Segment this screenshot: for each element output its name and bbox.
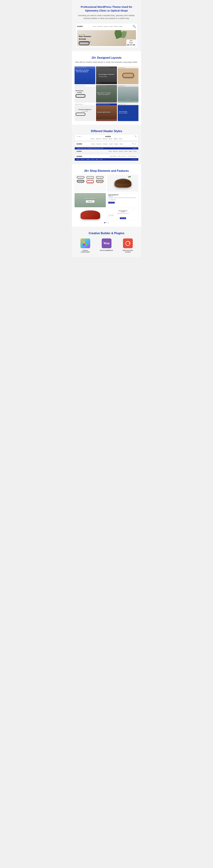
- shop-big-sunglasses: [107, 175, 138, 192]
- layouts-section: 10+ Designed Layouts Start with our mode…: [72, 51, 141, 125]
- header2-nav: Home ▾ About Us ▾ Services ▾ News ▾ Page…: [91, 143, 123, 145]
- visual-composer-icon: [80, 239, 90, 248]
- woocommerce-icon: Woo: [102, 239, 111, 248]
- layout-card-what-defines[interactable]: oculus About Services News Pages What De…: [96, 85, 117, 103]
- layouts-subtitle: Start with our modern made layouts or cr…: [75, 61, 138, 64]
- header2-logo: oculus: [77, 143, 82, 145]
- mockup-cta-link[interactable]: Show New Collection: [79, 41, 91, 42]
- product-item-6: Sierra Optical: [95, 180, 104, 184]
- plugin-revolution-slider: REVOLUTION SLIDER: [121, 239, 135, 253]
- plugins-grid: VISUAL COMPOSER Woo WOOCOMMERCE REVOLUTI…: [75, 239, 138, 253]
- layouts-grid: Home About Services News Pages Shop What…: [75, 66, 138, 121]
- layout-card-summer-arrivals[interactable]: oculus Home About Services News New Summ…: [75, 85, 95, 103]
- rev-label: REVOLUTION SLIDER: [121, 250, 135, 253]
- plugin-woocommerce: Woo WOOCOMMERCE: [99, 239, 114, 253]
- header4-logo: oculus: [77, 155, 82, 157]
- shop-add-cart-btn[interactable]: Add to cart: [120, 217, 126, 219]
- header-example-1: f t in g+ p oculus 🔍 Home ▾ About Us ▾ S…: [75, 134, 138, 141]
- product-price: $109.00: [108, 195, 137, 196]
- exclusive-glasses: [76, 113, 85, 116]
- shop-title: 20+ Shop Elements and Features: [75, 169, 138, 173]
- red-sunglasses-shape: [81, 211, 100, 219]
- header2-search-icon[interactable]: 🔍: [132, 143, 134, 145]
- product-quantity: − 1 +: [108, 199, 137, 200]
- hero-subtitle: Everything you need to create a beautifu…: [75, 14, 138, 20]
- mobile-mockup: oculus New SummerArrivals: [126, 39, 136, 46]
- product-item-3: Quebec Optical: [95, 176, 104, 179]
- new-era-label: The new eraCOME...: [119, 99, 137, 101]
- mockup-hero-text: New Sunglasses New SummerArrivals Show N…: [79, 34, 91, 42]
- two-optical-label: Two pew optical stores: [97, 111, 111, 113]
- rev-icon-svg: [125, 241, 130, 246]
- header-styles-title: Different Header Styles: [75, 130, 138, 133]
- header-example-4: oculus 📞 212-765-5254 ⏰ Mon - Sat 8 - 18…: [75, 154, 138, 161]
- layout-card-new-designer[interactable]: oculus Home About Services News Pages Sh…: [96, 66, 117, 84]
- mockup-search-icon: 🔍: [132, 25, 136, 28]
- shop-section: 20+ Shop Elements and Features Erie Opti…: [72, 164, 141, 227]
- plugin-visual-composer: VISUAL COMPOSER: [78, 239, 92, 253]
- shop-right-card: Hotel Sunglasses $109.00 Sunglasses for …: [107, 209, 138, 221]
- layout-card-two-optical[interactable]: 9-6 Helms Dress Center | Home About Serv…: [96, 103, 117, 121]
- plugins-title: Creative Builder & Plugins: [75, 232, 138, 235]
- layouts-title: 10+ Designed Layouts: [75, 56, 138, 59]
- pagination-dots: [75, 222, 138, 223]
- header4-info: 📞 212-765-5254 ⏰ Mon - Sat 8 - 18:30 📍 4…: [110, 156, 136, 157]
- product-item-2: November Optical: [86, 176, 95, 179]
- shop-glasses-grid: Erie Optical November Optical Quebec Opt…: [75, 175, 106, 192]
- hero-mockup: oculus Home ▾ About Us ▾ Services ▾ News…: [75, 23, 138, 48]
- header1-logo: oculus: [105, 135, 111, 137]
- mockup-logo: oculus: [77, 25, 83, 27]
- header3-logo: oculus: [77, 150, 82, 152]
- add-to-cart-btn[interactable]: Add to cart: [108, 202, 115, 204]
- plugins-section: Creative Builder & Plugins VISUAL COMPOS…: [72, 227, 141, 257]
- header-examples: f t in g+ p oculus 🔍 Home ▾ About Us ▾ S…: [75, 134, 138, 161]
- header4-social: f y p in g q: [131, 159, 136, 160]
- mockup-nav: oculus Home ▾ About Us ▾ Services ▾ News…: [77, 25, 136, 29]
- layout-card-dont-look[interactable]: oculus About Services News Don't look ba…: [118, 103, 138, 121]
- shop-bottom-row: Hotel Sunglasses $109.00 Sunglasses for …: [75, 209, 138, 221]
- product-item-5: Romeo Optical: [86, 180, 95, 184]
- layout-card-blue-hero[interactable]: Home About Services News Pages Shop What…: [75, 66, 95, 84]
- big-dark-sunglasses: [114, 179, 131, 188]
- mockup-hero-heading: New SummerArrivals: [79, 35, 91, 40]
- mockup-nav-links: Home ▾ About Us ▾ Services ▾ News ▾ Page…: [92, 26, 123, 27]
- header2-cart-icon[interactable]: 🛒: [135, 143, 136, 145]
- header-example-3: 9-6 Helms Dress Center | 1-976-998-7654 …: [75, 147, 138, 153]
- header3-top-bar: 9-6 Helms Dress Center | 1-976-998-7654 …: [75, 147, 138, 150]
- shop-product-card: Hotel Sunglasses $109.00 Sunglasses for …: [107, 193, 138, 207]
- header4-nav: Home ▾ About Us ▾ Services ▾ News ▾ Page…: [77, 159, 103, 160]
- hero-section: Professional WordPress Theme Used for Op…: [72, 0, 141, 51]
- hero-title: Professional WordPress Theme Used for Op…: [75, 5, 138, 12]
- header1-social: f t in g+ p: [77, 136, 81, 137]
- layout-card-tan-glasses[interactable]: Home About Services: [118, 66, 138, 84]
- woo-label: WOOCOMMERCE: [99, 250, 114, 251]
- collection-banner-text: New Collection: [85, 198, 95, 199]
- product-item-4: Oscar Optical: [76, 180, 85, 184]
- mockup-hero-inner: New Sunglasses New SummerArrivals Show N…: [77, 30, 136, 46]
- leaf-accent: [128, 176, 131, 178]
- tan-glasses-shape: [122, 73, 134, 78]
- layout-card-new-era[interactable]: Home About Services The new eraCOME...: [118, 85, 138, 103]
- header1-search-icon[interactable]: 🔍: [135, 135, 136, 137]
- summer-glasses-shape: [76, 94, 85, 98]
- red-sunglasses-display: [75, 209, 106, 221]
- header3-nav: Home ▾ About Us ▾ Services ▾ News ▾ Page…: [108, 151, 136, 152]
- shop-main-grid: Erie Optical November Optical Quebec Opt…: [75, 175, 138, 207]
- collection-banner-btn[interactable]: show me: [86, 200, 95, 203]
- header1-nav: Home ▾ About Us ▾ Services ▾ News ▾ Page…: [77, 138, 136, 140]
- header-styles-section: Different Header Styles f t in g+ p ocul…: [72, 125, 141, 164]
- header-example-2: oculus Home ▾ About Us ▾ Services ▾ News…: [75, 142, 138, 146]
- new-designer-label: New Designer Collection: [99, 73, 114, 75]
- product-name: Hotel Sunglasses: [108, 194, 137, 195]
- revolution-slider-icon: [123, 239, 133, 248]
- vc-label: VISUAL COMPOSER: [78, 250, 92, 253]
- shop-collection-banner: New Collection show me: [75, 193, 106, 207]
- product-desc: Sunglasses for every day use. Perfect ma…: [108, 197, 137, 198]
- product-item-1: Erie Optical: [76, 176, 85, 179]
- layout-card-exclusive[interactable]: oculus Home About News Exclusive Sunglas…: [75, 103, 95, 121]
